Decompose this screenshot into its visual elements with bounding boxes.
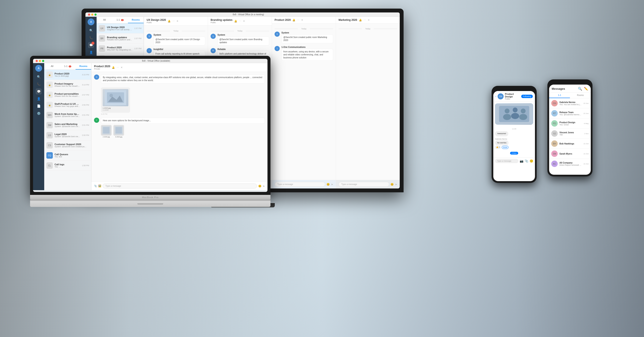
send-icon[interactable]: ➤ [331, 183, 333, 186]
channel-info: Product Imagery Dhwani Soni for the visu… [54, 82, 80, 87]
channel-item-product-imagery[interactable]: 🔒 Product Imagery Dhwani Soni for the vi… [44, 80, 91, 90]
phone-sticker-icon[interactable]: 🙂 [530, 159, 533, 163]
file-item: 3-2020.jpg [113, 125, 124, 138]
msg-text: from anywhere, using any device, with a … [282, 49, 333, 61]
close-icon[interactable]: ✕ [301, 19, 303, 22]
channel-info: Product 2020 Why 8x8? By integrating voi… [107, 46, 132, 51]
channel-item-wfh[interactable]: WH Work from home tips and tricks System… [44, 110, 91, 120]
chat-header-icons: 🔔 ⋯ ✕ [234, 20, 245, 22]
close-icon[interactable]: ✕ [121, 66, 122, 69]
tab-all[interactable]: All [96, 17, 112, 23]
sidebar-chat-icon[interactable]: 💬 [36, 88, 42, 94]
fullscreen-button[interactable] [94, 14, 96, 16]
emoji-icon[interactable]: 😊 [390, 183, 394, 186]
more-icon[interactable]: ⋯ [297, 19, 300, 22]
sidebar-phone-icon[interactable]: 📞 [36, 81, 42, 87]
channel-item-product-2020[interactable]: 🔒 Product 2020 You (1-3020.jpg) 3:15 PM [44, 70, 91, 80]
conversation-name: Product Design [560, 121, 582, 124]
minimize-button[interactable] [39, 60, 41, 62]
conversation-item-all-company[interactable]: AC All Company Direct Report removed fro… [549, 159, 591, 169]
channel-preview: Dhwani Soni: hey guys and gals- wha... [54, 105, 80, 107]
channel-name: Product personalities [54, 92, 80, 95]
emoji-icon[interactable]: 😊 [326, 183, 330, 186]
close-icon[interactable]: ✕ [368, 19, 370, 22]
fullscreen-button[interactable] [42, 60, 44, 62]
channel-item-ux-design[interactable]: UX UX Design 2020 Insightful From call a… [96, 24, 144, 34]
close-icon[interactable]: ✕ [243, 20, 245, 22]
msg-content: 1-One Communications from anywhere, usin… [282, 46, 333, 61]
tab-rooms[interactable]: Rooms [76, 63, 91, 70]
channel-name: Product 2020 [107, 46, 132, 49]
conversation-item-release[interactable]: RT Release Team You: @Gabriela Nermo let… [549, 108, 591, 118]
phone-attachment-icon[interactable]: 📎 [525, 159, 528, 163]
tab-1-1[interactable]: 1-1 [549, 93, 570, 98]
tab-1-1[interactable]: 1-1 1 [60, 63, 76, 70]
message-input[interactable]: Type a message [102, 184, 257, 188]
phone-emoji-icon[interactable]: 📷 [520, 159, 523, 163]
phone-message-input[interactable]: Type a message [495, 159, 518, 163]
bell-icon[interactable]: 🔔 [112, 66, 115, 69]
image-icon[interactable]: 🖼️ [98, 184, 101, 188]
channel-item-product[interactable]: PR Product 2020 Why 8x8? By integrating … [96, 44, 144, 54]
user-avatar[interactable]: A [88, 18, 94, 25]
minimize-button[interactable] [91, 14, 94, 16]
sidebar-chat-icon[interactable]: 💬 1 [88, 42, 94, 48]
bell-icon[interactable]: 🔔 [234, 20, 237, 22]
sidebar-settings-icon[interactable]: ⚙️ [36, 110, 42, 116]
image-attachment: 1-2020.jpg 3.16MB [101, 87, 130, 113]
image-thumbnail [102, 89, 128, 106]
more-icon[interactable]: ⋯ [239, 20, 241, 22]
channel-avatar: BR [99, 35, 105, 42]
user-avatar[interactable]: A [35, 65, 42, 72]
attachment-icon[interactable]: 📎 [94, 184, 97, 188]
sidebar-contacts-icon[interactable]: 👤 [36, 96, 42, 102]
tab-rooms[interactable]: Rooms [128, 17, 144, 23]
conversation-item-sarah[interactable]: SM Sarah Myers 21 Oct [549, 149, 591, 159]
send-icon[interactable]: ➤ [395, 183, 397, 186]
search-icon[interactable]: 🔍 [578, 87, 582, 91]
close-button[interactable] [88, 14, 90, 16]
emoji-icon[interactable]: 😊 [258, 184, 262, 188]
more-icon[interactable]: ⋯ [364, 19, 366, 22]
sidebar-phone-icon[interactable]: 📞 [88, 35, 94, 41]
more-icon[interactable]: ⋯ [116, 66, 119, 69]
follow-button[interactable]: Following [521, 95, 533, 98]
macbook-screen: 8x8 - Virtual Office (available) A 🔍 📞 💬… [30, 56, 270, 195]
conversation-item-bob[interactable]: BH Bob Hawkings 21 Oct [549, 139, 591, 149]
sidebar-file-icon[interactable]: 📄 [36, 103, 42, 109]
channel-item-legal[interactable]: LG Legal 2020 System: @Sanchit Soni crea… [44, 130, 91, 140]
channel-avatar: CL [46, 162, 53, 169]
sidebar-search-icon[interactable]: 🔍 [36, 74, 42, 80]
compose-icon[interactable]: ✏️ [584, 87, 588, 91]
tab-rooms[interactable]: Rooms [570, 93, 591, 98]
sidebar-contacts-icon[interactable]: 👤 [88, 49, 94, 56]
channel-name: Customer Support 2020 [54, 143, 87, 146]
bell-icon[interactable]: 🔔 [168, 20, 171, 22]
conversation-item-gabriela[interactable]: GN Gabriela Nermo You: You are invited t… [549, 98, 591, 108]
back-button[interactable]: ‹ [496, 95, 496, 98]
bell-icon[interactable]: 🔔 [292, 19, 296, 22]
channel-preview: System: @Sanchit Soni created public... [54, 125, 80, 128]
channel-item-sales[interactable]: SM Sales and Marketing System: @Sanchit … [44, 120, 91, 130]
send-icon[interactable]: ➤ [263, 184, 265, 188]
more-icon[interactable]: ⋯ [172, 20, 175, 22]
svg-point-15 [519, 114, 527, 120]
tab-all[interactable]: All [44, 63, 60, 70]
channel-item-product-personalities[interactable]: 🔒 Product personalities Dhwani Soni for … [44, 90, 91, 100]
file-label: 3-2020.jpg [113, 136, 124, 138]
conversation-item-product-design[interactable]: PD Product Design You: Great 6 May [549, 118, 591, 128]
conversation-item-vincent[interactable]: VJ Vincent Jones 788 1 Nov [549, 128, 591, 139]
channel-item-branding[interactable]: BR Branding updates Reliable 8x8's platf… [96, 34, 144, 44]
channel-item-call-queues[interactable]: CQ Call Queues You: test [44, 150, 91, 160]
tab-1-1[interactable]: 1-1 1 [112, 17, 128, 23]
channel-item-call-logs[interactable]: CL Call logs You: ... 1:58 PM [44, 160, 91, 171]
conversation-time: 21 Oct [584, 143, 588, 145]
message-input[interactable]: Type a message [338, 182, 389, 187]
close-button[interactable] [36, 60, 38, 62]
bell-icon[interactable]: 🔔 [359, 19, 362, 22]
channel-item-staff-product[interactable]: 🔒 Staff-Product & UX Design Dhwani Soni:… [44, 100, 91, 110]
close-icon[interactable]: ✕ [176, 20, 178, 22]
message-input[interactable]: Type a message [274, 182, 325, 187]
sidebar-search-icon[interactable]: 🔍 [88, 28, 94, 34]
channel-item-customer-support[interactable]: CS Customer Support 2020 System: @Sanchi… [44, 140, 91, 150]
